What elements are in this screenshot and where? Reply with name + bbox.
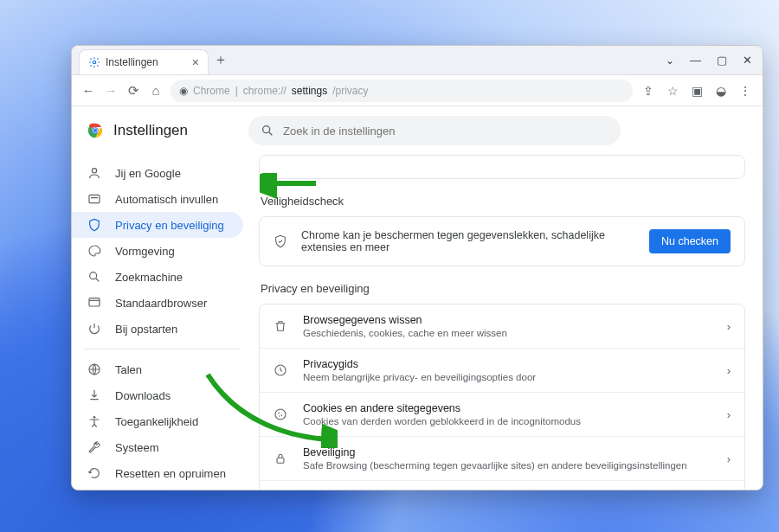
sidebar-separator (84, 349, 240, 349)
chevron-right-icon: › (727, 408, 731, 421)
svg-point-5 (263, 126, 270, 133)
privacy-list: Browsegegevens wissenGeschiedenis, cooki… (259, 304, 745, 490)
sidebar-item-downloads[interactable]: Downloads (72, 382, 243, 408)
svg-point-15 (93, 416, 96, 419)
svg-line-11 (96, 279, 99, 281)
chevron-down-icon[interactable]: ⌄ (666, 54, 674, 67)
browser-tab[interactable]: Instellingen × (79, 49, 209, 74)
settings-main: Veiligheidscheck Chrome kan je bescherme… (252, 155, 763, 490)
site-info-icon[interactable]: ◉ (179, 85, 188, 97)
svg-rect-23 (277, 458, 284, 463)
svg-point-19 (275, 409, 286, 420)
row-subtitle: Geschiedenis, cookies, cache en meer wis… (303, 328, 715, 338)
download-icon (87, 388, 103, 402)
profile-icon[interactable]: ◒ (712, 84, 730, 98)
accessibility-icon (87, 414, 103, 428)
svg-point-4 (93, 129, 98, 133)
section-title-safety: Veiligheidscheck (261, 195, 745, 208)
title-bar: Instellingen × ＋ ⌄ — ▢ ✕ (72, 46, 763, 75)
url-tail: /privacy (332, 85, 368, 97)
close-tab-icon[interactable]: × (192, 55, 199, 69)
forward-button[interactable]: → (103, 83, 119, 98)
safety-check-button[interactable]: Nu checken (649, 229, 731, 253)
sidebar-item-privacy-en-beveiliging[interactable]: Privacy en beveiliging (72, 212, 243, 238)
page-title: Instellingen (113, 122, 188, 139)
sidebar-item-label: Vormgeving (115, 245, 175, 258)
row-title: Browsegegevens wissen (303, 314, 715, 326)
row-title: Beveiliging (303, 446, 715, 458)
share-icon[interactable]: ⇪ (640, 84, 657, 98)
sidebar-item-label: Automatisch invullen (115, 193, 218, 206)
privacy-row-browsegegevens-wissen[interactable]: Browsegegevens wissenGeschiedenis, cooki… (260, 304, 744, 348)
close-window-button[interactable]: ✕ (743, 54, 752, 67)
svg-point-7 (92, 169, 96, 173)
sidebar-item-jij-en-google[interactable]: Jij en Google (72, 160, 243, 186)
palette-icon (87, 244, 103, 258)
sidebar-item-resetten-en-opruimen[interactable]: Resetten en opruimen (72, 460, 243, 486)
row-subtitle: Safe Browsing (bescherming tegen gevaarl… (303, 460, 715, 471)
privacy-row-cookies-en-andere-sitegegevens[interactable]: Cookies en andere sitegegevensCookies va… (260, 392, 744, 436)
new-tab-button[interactable]: ＋ (209, 46, 233, 74)
settings-search[interactable] (248, 116, 621, 145)
person-icon (87, 166, 103, 180)
section-title-privacy: Privacy en beveiliging (261, 282, 745, 295)
browser-window: Instellingen × ＋ ⌄ — ▢ ✕ ← → ⟳ ⌂ ◉ Chrom… (71, 45, 763, 490)
svg-rect-8 (89, 195, 100, 202)
svg-point-10 (90, 272, 97, 279)
sidebar-item-zoekmachine[interactable]: Zoekmachine (72, 264, 243, 290)
svg-line-6 (269, 132, 272, 135)
sidebar-item-toegankelijkheid[interactable]: Toegankelijkheid (72, 408, 243, 434)
globe-icon (87, 362, 103, 376)
safety-text: Chrome kan je beschermen tegen gegevensl… (301, 229, 639, 253)
privacy-row-beveiliging[interactable]: BeveiligingSafe Browsing (bescherming te… (260, 436, 744, 480)
sidebar-item-vormgeving[interactable]: Vormgeving (72, 238, 243, 264)
sidebar-item-label: Downloads (115, 389, 171, 402)
gear-icon (88, 56, 100, 68)
cookie-icon (274, 407, 291, 421)
settings-sidebar: Jij en GoogleAutomatisch invullenPrivacy… (72, 155, 252, 490)
maximize-button[interactable]: ▢ (717, 54, 727, 67)
privacy-row-privacygids[interactable]: PrivacygidsNeem belangrijke privacy- en … (260, 348, 744, 392)
window-controls: ⌄ — ▢ ✕ (655, 46, 763, 74)
tab-title: Instellingen (106, 56, 158, 68)
sidebar-item-label: Privacy en beveiliging (115, 219, 224, 232)
sidebar-item-label: Zoekmachine (115, 271, 183, 284)
search-icon (261, 124, 274, 138)
url-host: settings (292, 85, 327, 97)
svg-point-20 (278, 413, 280, 414)
sidebar-item-label: Standaardbrowser (115, 297, 207, 310)
minimize-button[interactable]: — (690, 54, 701, 67)
browser-toolbar: ← → ⟳ ⌂ ◉ Chrome | chrome://settings/pri… (72, 75, 763, 106)
safety-check-card: Chrome kan je beschermen tegen gegevensl… (259, 216, 745, 266)
sidebar-item-automatisch-invullen[interactable]: Automatisch invullen (72, 186, 243, 212)
sidebar-item-label: Systeem (115, 441, 159, 454)
back-button[interactable]: ← (80, 83, 96, 98)
chrome-logo-icon (86, 121, 105, 140)
chevron-right-icon: › (727, 320, 731, 333)
browser-icon (87, 296, 103, 310)
sidebar-item-label: Bij opstarten (115, 323, 177, 336)
row-title: Cookies en andere sitegegevens (303, 402, 715, 414)
reload-button[interactable]: ⟳ (126, 83, 141, 99)
power-icon (87, 322, 103, 336)
sidebar-item-bij-opstarten[interactable]: Bij opstarten (72, 316, 243, 342)
shield-check-icon (274, 234, 291, 248)
settings-search-input[interactable] (283, 125, 608, 138)
sidebar-item-label: Talen (115, 363, 142, 376)
home-button[interactable]: ⌂ (148, 83, 164, 98)
guide-icon (274, 363, 291, 377)
url-prefix: Chrome (193, 85, 230, 97)
row-subtitle: Cookies van derden worden geblokkeerd in… (303, 416, 715, 426)
wrench-icon (87, 440, 103, 454)
svg-point-0 (93, 61, 96, 64)
bookmark-icon[interactable]: ☆ (664, 84, 681, 98)
settings-header: Instellingen (72, 106, 763, 155)
menu-icon[interactable]: ⋮ (737, 84, 754, 98)
collapsed-card (259, 155, 745, 179)
sidebar-item-talen[interactable]: Talen (72, 356, 243, 382)
sidebar-item-standaardbrowser[interactable]: Standaardbrowser (72, 290, 243, 316)
sidebar-item-systeem[interactable]: Systeem (72, 434, 243, 460)
address-bar[interactable]: ◉ Chrome | chrome://settings/privacy (171, 80, 633, 102)
extensions-icon[interactable]: ▣ (688, 84, 705, 98)
privacy-row-site-instellingen[interactable]: Site-instellingenBeheert welke informati… (260, 480, 744, 490)
